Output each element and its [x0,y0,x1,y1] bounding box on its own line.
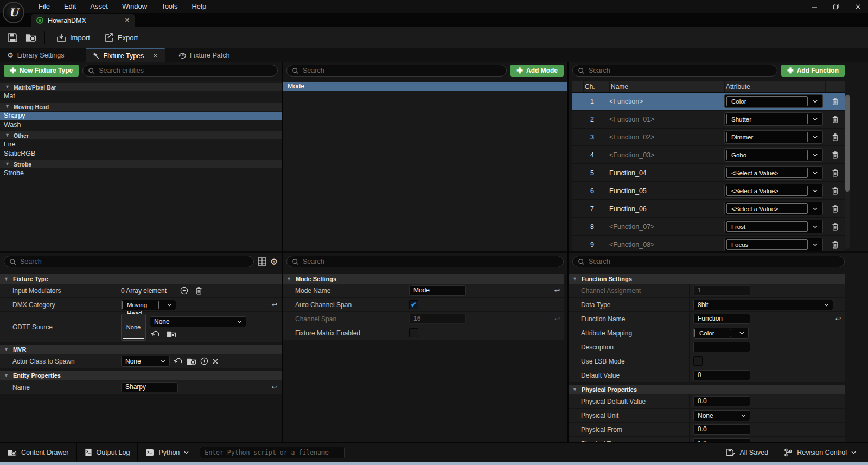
delete-function-icon[interactable] [825,169,845,177]
close-window-button[interactable] [851,1,865,12]
reset-to-default-icon[interactable]: ↩ [835,315,841,323]
dropdown[interactable]: None [693,410,750,421]
text-field[interactable]: 0 [693,370,750,380]
tab-fixture-patch[interactable]: Fixture Patch [171,48,237,62]
text-field[interactable]: 1 [693,285,750,296]
clear-array-icon[interactable] [195,286,202,295]
search-entities-input[interactable]: Search entities [82,65,278,77]
add-icon[interactable] [200,357,208,365]
minimize-button[interactable] [807,1,821,12]
text-field[interactable]: 1.0 [693,438,750,442]
all-saved-button[interactable]: All Saved [718,443,776,462]
text-field[interactable]: 16 [409,314,466,324]
checkbox[interactable]: ✔ [409,300,418,309]
menu-help[interactable]: Help [184,0,213,13]
attribute-dropdown[interactable]: Dimmer [724,130,823,144]
python-script-input[interactable]: Enter Python script or a filename [200,447,345,458]
section-header[interactable]: ▼Physical Properties [569,385,845,394]
section-header[interactable]: ▼Mode Settings [283,274,564,284]
actor-class-dropdown[interactable]: None [121,356,170,367]
function-row[interactable]: 2<Function_01>Shutter [572,111,845,128]
function-row[interactable]: 5Function_04<Select a Value> [572,164,845,181]
new-fixture-type-button[interactable]: ✚ New Fixture Type [4,65,79,77]
browse-to-asset-icon[interactable] [187,357,196,365]
menu-tools[interactable]: Tools [154,0,184,13]
delete-function-icon[interactable] [825,97,845,105]
maximize-button[interactable] [829,1,843,12]
function-row[interactable]: 4<Function_03>Gobo [572,146,845,163]
menu-window[interactable]: Window [115,0,154,13]
details-settings-gear-icon[interactable]: ⚙ [270,257,278,267]
close-asset-tab-icon[interactable]: ✕ [125,17,130,24]
fixture-category-header[interactable]: ▼Other [0,131,282,139]
fixture-category-header[interactable]: ▼Matrix/Pixel Bar [0,83,282,91]
text-field[interactable]: Function [693,314,750,324]
function-row[interactable]: 7Function_06<Select a Value> [572,200,845,217]
function-row[interactable]: 6Function_05<Select a Value> [572,182,845,199]
function-details-search-input[interactable]: Search [572,256,845,267]
function-row[interactable]: 8<Function_07>Frost [572,218,845,235]
delete-function-icon[interactable] [825,115,845,123]
text-field[interactable]: Mode [409,285,466,296]
section-header[interactable]: ▼Entity Properties [0,371,282,380]
attribute-dropdown[interactable]: Frost [724,220,823,233]
python-console-button[interactable]: Python [138,443,196,462]
fixture-type-item[interactable]: Mat [0,92,282,100]
delete-function-icon[interactable] [825,222,845,231]
reset-to-default-icon[interactable]: ↩ [554,286,560,295]
dropdown[interactable]: Moving Head [121,300,176,310]
attribute-dropdown[interactable]: Gobo [724,148,823,162]
menu-edit[interactable]: Edit [57,0,83,13]
text-field[interactable] [693,342,750,352]
checkbox[interactable] [409,328,418,337]
export-button[interactable]: Export [97,29,145,46]
reset-to-default-icon[interactable]: ↩ [272,301,278,309]
fixture-type-item[interactable]: Fire [0,141,282,149]
fixture-type-item[interactable]: Wash [0,121,282,129]
column-header-attribute[interactable]: Attribute [724,81,825,92]
save-asset-icon[interactable] [3,29,22,46]
dropdown[interactable]: 8bit [693,300,833,310]
content-drawer-button[interactable]: Content Drawer [0,443,77,462]
revision-control-button[interactable]: Revision Control [776,443,868,462]
display-grid-icon[interactable] [258,257,266,266]
attribute-dropdown[interactable]: <Select a Value> [724,184,823,198]
fixture-details-search-input[interactable]: Search [4,256,254,267]
add-mode-button[interactable]: ✚ Add Mode [510,65,564,77]
use-selected-asset-icon[interactable] [174,357,183,365]
attribute-dropdown[interactable]: Focus [724,238,823,251]
tab-fixture-types[interactable]: Fixture Types ✕ [86,48,165,62]
attribute-dropdown[interactable]: <Select a Value> [724,202,823,215]
text-field[interactable]: Sharpy [121,382,178,392]
gdtf-asset-thumbnail[interactable]: None [121,314,146,341]
text-field[interactable]: 0.0 [693,396,750,406]
section-header[interactable]: ▼Function Settings [569,274,845,284]
functions-search-input[interactable]: Search [572,65,777,77]
close-fixture-types-tab-icon[interactable]: ✕ [153,53,157,59]
asset-tab-howrahdmx[interactable]: HowrahDMX ✕ [31,14,135,27]
functions-scrollbar[interactable] [845,94,850,249]
add-array-element-icon[interactable] [180,286,188,295]
attribute-dropdown[interactable]: Shutter [724,112,823,126]
fixture-category-header[interactable]: ▼Moving Head [0,103,282,111]
section-header[interactable]: ▼Fixture Type [0,274,282,284]
output-log-button[interactable]: Output Log [77,443,138,462]
function-row[interactable]: 3<Function_02>Dimmer [572,129,845,145]
column-header-ch[interactable]: Ch. [583,81,609,92]
browse-to-asset-icon[interactable] [167,330,176,338]
menu-asset[interactable]: Asset [83,0,115,13]
section-header[interactable]: ▼MVR [0,345,282,354]
modes-search-input[interactable]: Search [286,65,507,77]
attribute-dropdown[interactable]: Color [724,94,823,108]
attribute-dropdown[interactable]: <Select a Value> [724,166,823,180]
scrollbar-thumb[interactable] [845,95,850,192]
function-row[interactable]: 9<Function_08>Focus [572,236,845,251]
delete-function-icon[interactable] [825,133,845,141]
text-field[interactable]: 0.0 [693,424,750,435]
clear-icon[interactable] [212,358,219,365]
fixture-category-header[interactable]: ▼Strobe [0,160,282,168]
use-selected-asset-icon[interactable] [151,330,160,338]
delete-function-icon[interactable] [825,240,845,249]
reset-to-default-icon[interactable]: ↩ [554,315,560,323]
add-function-button[interactable]: ✚ Add Function [781,65,845,77]
